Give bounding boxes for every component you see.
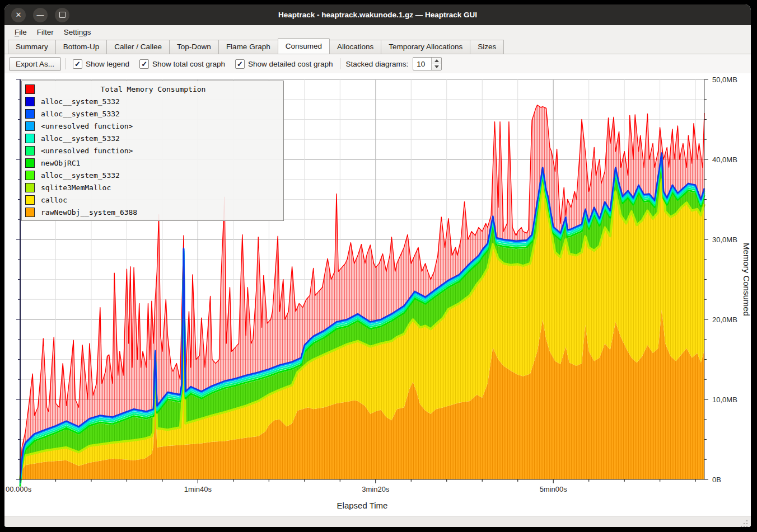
legend-label: alloc__system_5332 xyxy=(41,134,120,143)
checkbox-show-detailed-cost-graph[interactable]: ✓Show detailed cost graph xyxy=(233,59,335,69)
legend-label: alloc__system_5332 xyxy=(41,110,120,118)
legend-item: sqlite3MemMalloc xyxy=(22,181,283,194)
y-tick-label: 30,0MB xyxy=(712,236,737,244)
tab-flame-graph[interactable]: Flame Graph xyxy=(218,40,278,54)
y-tick-label: 40,0MB xyxy=(712,156,737,164)
legend-label: alloc__system_5332 xyxy=(41,97,120,106)
legend-item: alloc__system_5332 xyxy=(22,132,283,144)
x-tick-label: 1min40s xyxy=(184,485,212,493)
toolbar: Export As... ✓Show legend✓Show total cos… xyxy=(4,54,751,73)
menu-file[interactable]: File xyxy=(10,27,32,37)
maximize-button[interactable] xyxy=(55,8,69,22)
menu-settings[interactable]: Settings xyxy=(59,27,96,37)
checkbox-show-total-cost-graph[interactable]: ✓Show total cost graph xyxy=(137,59,227,69)
stacked-diagrams-spinbox[interactable]: 10 xyxy=(413,57,442,70)
stacked-diagrams-label: Stacked diagrams: xyxy=(346,60,409,68)
checkbox-icon: ✓ xyxy=(73,59,82,69)
menubar: FileFilterSettings xyxy=(4,25,751,39)
legend-swatch-icon xyxy=(25,171,35,180)
close-button[interactable]: ✕ xyxy=(11,8,26,22)
legend-swatch-icon xyxy=(25,97,35,106)
legend-item: <unresolved function> xyxy=(22,120,283,132)
spin-up-button[interactable] xyxy=(432,58,441,64)
y-axis-title: Memory Consumed xyxy=(742,243,751,316)
legend-item: alloc__system_5332 xyxy=(22,107,283,120)
legend-item: calloc xyxy=(22,194,283,206)
application-window: ✕ — Heaptrack - heaptrack.wakunode.1.gz … xyxy=(4,4,751,527)
checkbox-label: Show legend xyxy=(86,60,129,68)
tab-summary[interactable]: Summary xyxy=(8,40,55,54)
checkbox-label: Show detailed cost graph xyxy=(248,60,333,68)
checkbox-icon: ✓ xyxy=(139,59,149,69)
tab-consumed[interactable]: Consumed xyxy=(278,38,330,54)
tab-allocations[interactable]: Allocations xyxy=(330,40,381,54)
legend-swatch-icon xyxy=(25,208,35,217)
checkbox-label: Show total cost graph xyxy=(152,60,225,68)
spinbox-arrows xyxy=(431,58,441,70)
y-tick-label: 0B xyxy=(712,475,721,484)
minimize-icon: — xyxy=(37,11,44,18)
chart-legend[interactable]: Total Memory Consumptionalloc__system_53… xyxy=(21,81,284,221)
legend-label: <unresolved function> xyxy=(41,122,133,130)
tab-caller-callee[interactable]: Caller / Callee xyxy=(106,40,169,54)
maximize-icon xyxy=(59,12,66,18)
titlebar: ✕ — Heaptrack - heaptrack.wakunode.1.gz … xyxy=(4,4,751,25)
legend-swatch-icon xyxy=(25,134,35,143)
x-axis-title: Elapsed Time xyxy=(337,501,388,510)
legend-label: Total Memory Consumption xyxy=(41,85,265,93)
tab-sizes[interactable]: Sizes xyxy=(470,40,504,54)
legend-title-row: Total Memory Consumption xyxy=(22,83,283,95)
tab-top-down[interactable]: Top-Down xyxy=(169,40,218,54)
checkbox-show-legend[interactable]: ✓Show legend xyxy=(71,59,132,69)
spin-down-button[interactable] xyxy=(432,64,441,70)
resize-grip-icon[interactable] xyxy=(740,520,748,527)
legend-swatch-icon xyxy=(25,109,35,119)
window-title: Heaptrack - heaptrack.wakunode.1.gz — He… xyxy=(4,11,751,19)
legend-item: rawNewObj__system_6388 xyxy=(22,206,283,218)
legend-label: rawNewObj__system_6388 xyxy=(41,208,137,216)
tab-temporary-allocations[interactable]: Temporary Allocations xyxy=(381,40,470,54)
consumed-chart-area: Total Memory Consumptionalloc__system_53… xyxy=(4,73,751,516)
x-tick-label: 00.000s xyxy=(6,485,32,493)
chevron-up-icon xyxy=(434,59,439,62)
legend-swatch-icon xyxy=(25,121,35,131)
legend-swatch-icon xyxy=(25,84,35,94)
y-tick-label: 50,0MB xyxy=(712,76,737,84)
spinbox-value[interactable]: 10 xyxy=(413,58,431,70)
checkbox-icon: ✓ xyxy=(235,59,245,69)
legend-label: <unresolved function> xyxy=(41,147,133,155)
legend-item: newObjRC1 xyxy=(22,157,283,169)
legend-label: calloc xyxy=(41,196,67,204)
legend-label: alloc__system_5332 xyxy=(41,171,120,180)
toolbar-separator xyxy=(66,58,66,69)
status-bar xyxy=(4,516,751,527)
legend-swatch-icon xyxy=(25,158,35,168)
x-tick-label: 5min00s xyxy=(540,485,568,493)
legend-item: alloc__system_5332 xyxy=(22,95,283,107)
y-tick-label: 20,0MB xyxy=(712,316,737,324)
legend-swatch-icon xyxy=(25,146,35,156)
chevron-down-icon xyxy=(434,65,439,68)
tab-bar: SummaryBottom-UpCaller / CalleeTop-DownF… xyxy=(4,39,751,54)
tab-bottom-up[interactable]: Bottom-Up xyxy=(55,40,107,54)
toolbar-separator xyxy=(340,58,340,69)
legend-label: sqlite3MemMalloc xyxy=(41,183,111,192)
legend-swatch-icon xyxy=(25,195,35,205)
export-as-button[interactable]: Export As... xyxy=(9,57,61,71)
legend-item: alloc__system_5332 xyxy=(22,169,283,181)
legend-label: newObjRC1 xyxy=(41,159,80,167)
legend-swatch-icon xyxy=(25,183,35,192)
menu-filter[interactable]: Filter xyxy=(32,27,59,37)
legend-item: <unresolved function> xyxy=(22,144,283,157)
y-tick-label: 10,0MB xyxy=(712,396,737,404)
x-tick-label: 3min20s xyxy=(362,485,390,493)
close-icon: ✕ xyxy=(16,11,22,18)
minimize-button[interactable]: — xyxy=(33,8,48,22)
